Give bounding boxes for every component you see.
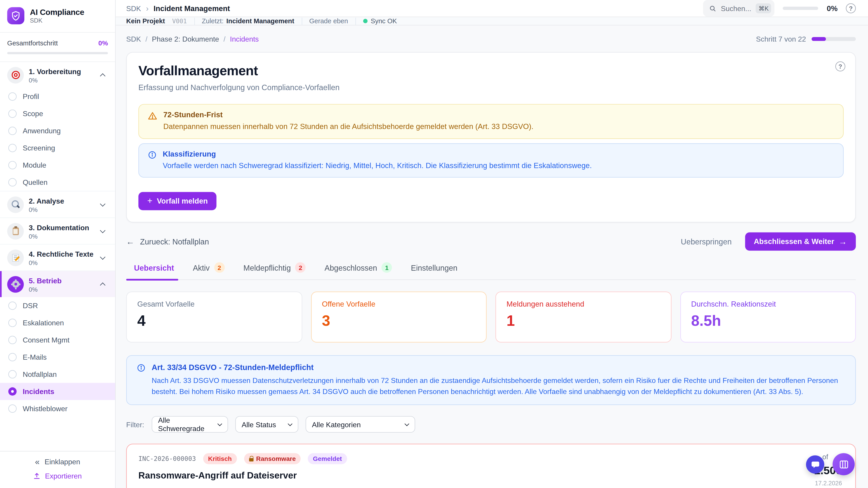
- sidebar-item-eskalationen[interactable]: Eskalationen: [0, 314, 115, 331]
- tab-einstellungen[interactable]: Einstellungen: [411, 262, 458, 280]
- sidebar-item-dsr[interactable]: DSR: [0, 297, 115, 314]
- incident-card[interactable]: INC-2026-000003 Kritisch Ransomware Geme…: [126, 444, 856, 488]
- category-badge: Ransomware: [244, 453, 301, 464]
- radio-icon: [8, 161, 17, 169]
- status-bar: Kein Projekt V001 Zuletzt: Incident Mana…: [116, 17, 868, 26]
- tab-meldepflichtig[interactable]: Meldepflichtig 2: [243, 262, 306, 280]
- stat-label: Offene Vorfaelle: [322, 300, 475, 308]
- complete-next-button[interactable]: Abschliessen & Weiter →: [745, 232, 856, 251]
- sidebar-header: AI Compliance SDK: [0, 0, 115, 33]
- sidebar-item-anwendung[interactable]: Anwendung: [0, 122, 115, 139]
- help-icon[interactable]: ?: [835, 61, 845, 71]
- tab-count-badge: 2: [295, 262, 306, 273]
- tab-uebersicht[interactable]: Uebersicht: [134, 262, 174, 280]
- breadcrumb-root[interactable]: SDK: [126, 35, 141, 43]
- sidebar-item-notfallplan[interactable]: Notfallplan: [0, 366, 115, 383]
- nav-section-header-rechtliche-texte[interactable]: 4. Rechtliche Texte 0%: [0, 245, 115, 270]
- sidebar-item-label: Notfallplan: [23, 370, 57, 379]
- radio-icon: [8, 109, 17, 118]
- topbar-breadcrumb-root[interactable]: SDK: [126, 4, 141, 12]
- page-title: Vorfallmanagement: [138, 63, 844, 78]
- stat-label: Durchschn. Reaktionszeit: [691, 300, 845, 308]
- section-progress: 0%: [29, 286, 96, 293]
- export-button[interactable]: Exportieren: [33, 472, 82, 480]
- nav-section-rechtliche-texte: 4. Rechtliche Texte 0%: [0, 244, 115, 271]
- breadcrumb-separator: /: [223, 35, 225, 43]
- stat-card-reaktionszeit: Durchschn. Reaktionszeit 8.5h: [680, 292, 856, 343]
- overall-progress-bar: [7, 52, 108, 54]
- tab-label: Einstellungen: [411, 263, 458, 272]
- clipboard-icon: [7, 223, 24, 239]
- section-title: 2. Analyse: [29, 197, 64, 205]
- warning-callout: 72-Stunden-Frist Datenpannen muessen inn…: [138, 104, 844, 138]
- tab-aktiv[interactable]: Aktiv 2: [193, 262, 224, 280]
- sidebar-item-scope[interactable]: Scope: [0, 105, 115, 122]
- topbar-progress-bar: [783, 6, 818, 10]
- app-logo-shield-icon: [7, 7, 24, 24]
- nav-section-header-vorbereitung[interactable]: 1. Vorbereitung 0%: [0, 62, 115, 88]
- tab-label: Meldepflichtig: [243, 263, 291, 272]
- incident-title: Ransomware-Angriff auf Dateiserver: [138, 470, 844, 481]
- info-title: Klassifizierung: [163, 150, 592, 158]
- back-link[interactable]: ← Zurueck: Notfallplan: [126, 237, 209, 246]
- incident-metric-label: of: [822, 453, 828, 461]
- info-text: Vorfaelle werden nach Schweregrad klassi…: [163, 160, 592, 171]
- wizard-nav-row: ← Zurueck: Notfallplan Ueberspringen Abs…: [126, 232, 856, 251]
- sidebar-item-screening[interactable]: Screening: [0, 139, 115, 157]
- topbar-breadcrumb-current: Incident Management: [153, 4, 230, 12]
- severity-filter-select[interactable]: Alle Schweregrade: [151, 416, 228, 433]
- sidebar-item-profil[interactable]: Profil: [0, 88, 115, 105]
- lock-icon: [249, 458, 253, 461]
- back-link-label: Zurueck: Notfallplan: [140, 237, 209, 246]
- nav-section-header-analyse[interactable]: 2. Analyse 0%: [0, 191, 115, 217]
- chat-button[interactable]: [806, 455, 825, 474]
- sidebar-item-label: Consent Mgmt: [23, 336, 69, 344]
- sidebar-item-e-mails[interactable]: E-Mails: [0, 349, 115, 366]
- info-circle-icon: [137, 363, 146, 372]
- last-label: Zuletzt:: [202, 17, 223, 25]
- stat-card-meldungen: Meldungen ausstehend 1: [495, 292, 671, 343]
- filter-label: Filter:: [126, 420, 144, 429]
- collapse-sidebar-button[interactable]: « Einklappen: [35, 457, 80, 466]
- sidebar-item-consent-mgmt[interactable]: Consent Mgmt: [0, 331, 115, 349]
- search-input[interactable]: Suchen... ⌘K: [703, 0, 775, 17]
- sidebar-item-whistleblower[interactable]: Whistleblower: [0, 400, 115, 417]
- sidebar-item-quellen[interactable]: Quellen: [0, 174, 115, 191]
- stat-label: Gesamt Vorfaelle: [137, 300, 291, 308]
- updated-timestamp: Gerade eben: [309, 17, 348, 25]
- sidebar-item-label: Whistleblower: [23, 404, 67, 413]
- sidebar-item-label: Incidents: [23, 387, 54, 396]
- regulation-title: Art. 33/34 DSGVO - 72-Stunden-Meldepflic…: [152, 363, 845, 372]
- nav-section-header-betrieb[interactable]: 5. Betrieb 0%: [0, 271, 115, 297]
- sidebar-item-incidents[interactable]: Incidents: [0, 383, 115, 400]
- status-filter-select[interactable]: Alle Status: [235, 416, 298, 433]
- radio-icon: [8, 370, 17, 379]
- radio-icon: [8, 178, 17, 187]
- breadcrumb-phase[interactable]: Phase 2: Dokumente: [152, 35, 219, 43]
- panel-toggle-button[interactable]: [833, 453, 855, 475]
- sidebar-item-module[interactable]: Module: [0, 157, 115, 174]
- version-badge: V001: [172, 18, 187, 25]
- sidebar: AI Compliance SDK Gesamtfortschritt 0% 1…: [0, 0, 116, 488]
- sidebar-item-label: Screening: [23, 144, 55, 152]
- stat-value: 4: [137, 313, 291, 330]
- radio-icon: [8, 144, 17, 152]
- regulation-callout: Art. 33/34 DSGVO - 72-Stunden-Meldepflic…: [126, 355, 856, 405]
- tab-bar: Uebersicht Aktiv 2 Meldepflichtig 2 Abge…: [126, 262, 856, 280]
- step-progress-bar: [811, 37, 856, 41]
- help-icon[interactable]: ?: [846, 3, 856, 13]
- radio-icon: [8, 319, 17, 327]
- tab-abgeschlossen[interactable]: Abgeschlossen 1: [324, 262, 392, 280]
- search-icon: [709, 5, 717, 12]
- category-filter-select[interactable]: Alle Kategorien: [305, 416, 415, 433]
- radio-icon: [8, 127, 17, 135]
- nav-section-analyse: 2. Analyse 0%: [0, 191, 115, 218]
- divider: [302, 18, 302, 25]
- nav-section-header-dokumentation[interactable]: 3. Dokumentation 0%: [0, 218, 115, 244]
- project-name: Kein Projekt: [126, 17, 165, 25]
- skip-button[interactable]: Ueberspringen: [681, 237, 732, 246]
- step-label: Schritt 7 von 22: [756, 35, 806, 43]
- section-progress: 0%: [29, 260, 96, 266]
- stat-value: 3: [322, 313, 475, 330]
- report-incident-button[interactable]: + Vorfall melden: [138, 192, 217, 210]
